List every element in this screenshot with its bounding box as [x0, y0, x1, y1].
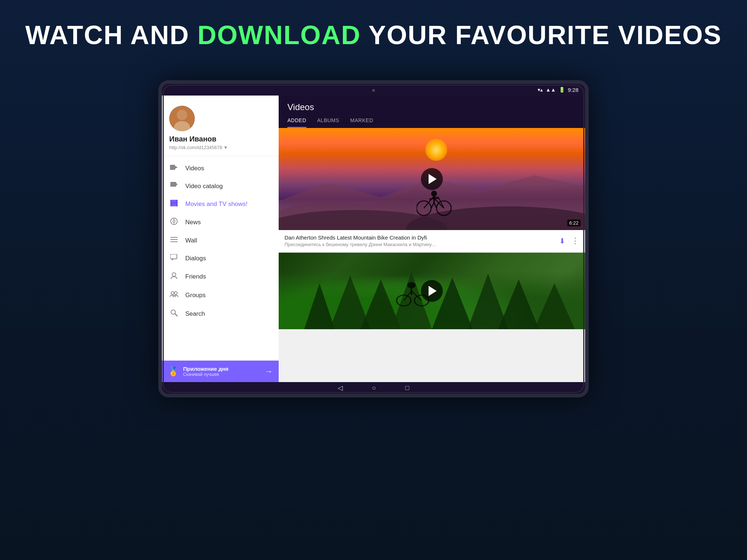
promo-text: Приложение дня Скачивай лучшее	[183, 366, 260, 377]
video-actions-1: ⬇ ⋮	[559, 236, 579, 246]
battery-icon: 🔋	[559, 87, 565, 93]
svg-marker-7	[176, 183, 178, 186]
sidebar-item-friends[interactable]: Friends	[162, 267, 279, 286]
svg-line-38	[434, 203, 437, 208]
sidebar-item-wall[interactable]: Wall	[162, 232, 279, 249]
svg-point-47	[407, 282, 415, 288]
movies-icon	[169, 200, 179, 208]
sidebar-item-label-movies: Movies and TV shows!	[185, 201, 248, 208]
sidebar-item-videos[interactable]: Videos	[162, 159, 279, 177]
promo-icon: 🏅	[168, 366, 179, 377]
tablet-device: ▾▴ ▲▲ 🔋 9:28 Иван Иванов http://	[158, 80, 589, 397]
video-desc-1: Присоединитесь к бешеному тревелу Дэнни …	[285, 242, 438, 247]
status-time: 9:28	[568, 87, 578, 93]
user-name: Иван Иванов	[169, 135, 271, 143]
headline-text-watch: WATCH AND	[25, 20, 197, 50]
video-text-1: Dan Atherton Shreds Latest Mountain Bike…	[285, 234, 559, 247]
videos-icon	[169, 164, 179, 172]
profile-area[interactable]: Иван Иванов http://vk.com/id12345678 ▾	[162, 96, 279, 156]
main-content: Videos ADDED ALBUMS MARKED	[279, 96, 585, 382]
nav-list: Videos Video catalog Movies and TV shows…	[162, 156, 279, 361]
recent-button[interactable]: □	[405, 384, 409, 392]
news-icon	[169, 218, 179, 227]
svg-line-36	[429, 198, 438, 199]
volume-button	[158, 179, 160, 199]
promo-subtitle: Скачивай лучшее	[183, 372, 260, 377]
wifi-icon: ▾▴	[538, 87, 543, 93]
promo-arrow-icon: →	[265, 367, 273, 376]
video-card-2	[279, 253, 585, 329]
headline-text-end: YOUR FAVOURITE VIDEOS	[361, 20, 722, 50]
tab-added[interactable]: ADDED	[287, 117, 306, 128]
sidebar-item-label-groups: Groups	[185, 292, 206, 299]
headline: WATCH AND DOWNLOAD YOUR FAVOURITE VIDEOS	[0, 20, 747, 50]
video-thumbnail-2[interactable]	[279, 253, 585, 329]
headline-download: DOWNLOAD	[197, 20, 361, 50]
play-button-2[interactable]	[421, 280, 443, 302]
power-button	[587, 157, 589, 173]
sidebar-item-groups[interactable]: Groups	[162, 286, 279, 304]
svg-marker-5	[175, 166, 178, 169]
sidebar-item-label-videos: Videos	[185, 165, 204, 172]
videos-title: Videos	[287, 102, 576, 112]
user-url-row: http://vk.com/id12345678 ▾	[169, 144, 271, 150]
video-info-1: Dan Atherton Shreds Latest Mountain Bike…	[279, 230, 585, 252]
promo-title: Приложение дня	[183, 366, 260, 372]
sidebar-item-label-news: News	[185, 219, 201, 226]
svg-rect-6	[170, 182, 176, 187]
sidebar-item-label-wall: Wall	[185, 237, 197, 244]
videos-header: Videos ADDED ALBUMS MARKED	[279, 96, 585, 128]
promo-bar[interactable]: 🏅 Приложение дня Скачивай лучшее →	[162, 361, 279, 382]
sidebar-item-news[interactable]: News	[162, 213, 279, 232]
duration-badge-1: 6:22	[567, 219, 581, 226]
friends-icon	[169, 272, 179, 281]
bottom-nav: ◁ ○ □	[162, 382, 585, 394]
back-button[interactable]: ◁	[338, 384, 343, 392]
sidebar-item-movies[interactable]: Movies and TV shows!	[162, 195, 279, 213]
more-button-1[interactable]: ⋮	[571, 236, 579, 246]
wall-icon	[169, 236, 179, 245]
biker-silhouette	[417, 188, 453, 217]
sidebar-item-label-catalog: Video catalog	[185, 183, 223, 190]
svg-rect-4	[170, 165, 175, 170]
video-card-1: 6:22 Dan Atherton Shreds Latest Mountain…	[279, 128, 585, 252]
video-list: 6:22 Dan Atherton Shreds Latest Mountain…	[279, 128, 585, 382]
svg-marker-45	[498, 280, 539, 330]
tab-albums[interactable]: ALBUMS	[317, 117, 340, 128]
avatar	[169, 106, 195, 131]
sidebar-item-label-search: Search	[185, 310, 205, 318]
signal-icon: ▲▲	[546, 87, 556, 93]
sidebar-item-video-catalog[interactable]: Video catalog	[162, 177, 279, 195]
svg-rect-11	[170, 202, 178, 204]
svg-line-37	[431, 203, 434, 208]
svg-point-20	[172, 273, 176, 276]
play-button-1[interactable]	[421, 168, 443, 190]
user-url: http://vk.com/id12345678	[169, 145, 222, 150]
svg-marker-39	[304, 283, 335, 329]
groups-icon	[169, 291, 179, 300]
sidebar: Иван Иванов http://vk.com/id12345678 ▾ V…	[162, 96, 279, 382]
search-icon	[169, 309, 179, 318]
svg-point-3	[177, 110, 187, 120]
video-title-1: Dan Atherton Shreds Latest Mountain Bike…	[285, 234, 438, 241]
app-area: Иван Иванов http://vk.com/id12345678 ▾ V…	[162, 96, 585, 382]
home-button[interactable]: ○	[372, 384, 376, 392]
svg-rect-19	[170, 254, 177, 259]
svg-point-21	[171, 292, 174, 295]
tab-marked[interactable]: MARKED	[350, 117, 373, 128]
svg-point-22	[174, 292, 177, 295]
sidebar-item-dialogs[interactable]: Dialogs	[162, 249, 279, 267]
chevron-down-icon: ▾	[224, 144, 227, 150]
svg-line-24	[175, 314, 177, 316]
video-catalog-icon	[169, 182, 179, 190]
play-triangle-1	[429, 174, 437, 184]
tabs-row: ADDED ALBUMS MARKED	[287, 117, 576, 128]
camera	[372, 89, 375, 92]
sidebar-item-search[interactable]: Search	[162, 304, 279, 323]
svg-marker-46	[534, 283, 575, 329]
svg-point-13	[173, 220, 175, 222]
video-thumbnail-1[interactable]: 6:22	[279, 128, 585, 230]
dialogs-icon	[169, 254, 179, 262]
svg-point-34	[431, 191, 437, 197]
download-button-1[interactable]: ⬇	[559, 237, 565, 245]
